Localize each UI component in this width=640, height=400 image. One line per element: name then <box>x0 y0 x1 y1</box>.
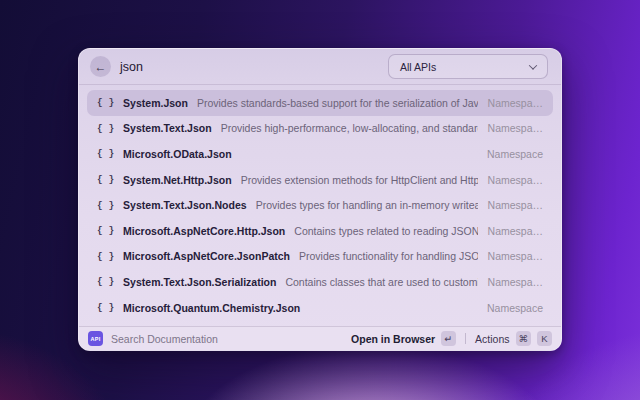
result-kind-badge: Namespace <box>487 148 543 160</box>
result-description: Provides standards-based support for the… <box>197 97 478 109</box>
result-row[interactable]: { } System.Text.Json.Serialization Conta… <box>87 269 553 295</box>
result-kind-badge: Namespa… <box>488 225 543 237</box>
result-row[interactable]: { } Microsoft.AspNetCore.JsonPatch Provi… <box>87 244 553 270</box>
braces-namespace-icon: { } <box>97 148 114 159</box>
braces-namespace-icon: { } <box>97 123 114 134</box>
result-name: System.Json <box>123 97 188 109</box>
results-list: { } System.Json Provides standards-based… <box>79 85 561 326</box>
braces-namespace-icon: { } <box>97 97 114 108</box>
open-in-browser-button[interactable]: Open in Browser <box>351 333 435 345</box>
result-name: System.Text.Json.Nodes <box>123 199 247 211</box>
result-row[interactable]: { } Microsoft.Quantum.Chemistry.Json Nam… <box>87 295 553 321</box>
result-name: Microsoft.Quantum.Chemistry.Json <box>123 302 300 314</box>
result-kind-badge: Namespa… <box>488 199 543 211</box>
result-name: System.Net.Http.Json <box>123 174 232 186</box>
api-filter-dropdown[interactable]: All APIs <box>388 54 548 79</box>
result-row[interactable]: { } Microsoft.AspNetCore.Http.Json Conta… <box>87 218 553 244</box>
braces-namespace-icon: { } <box>97 225 114 236</box>
result-row[interactable]: { } System.Json Provides standards-based… <box>87 90 553 116</box>
k-key-icon: K <box>537 331 552 346</box>
result-description: Provides extension methods for HttpClien… <box>241 174 478 186</box>
back-button[interactable]: ← <box>90 56 111 77</box>
result-row[interactable]: { } Microsoft.OData.Json Namespace <box>87 141 553 167</box>
braces-namespace-icon: { } <box>97 302 114 313</box>
result-description: Contains classes that are used to custom… <box>285 276 477 288</box>
footer-divider <box>465 333 466 344</box>
result-kind-badge: Namespa… <box>488 97 543 109</box>
result-kind-badge: Namespa… <box>488 276 543 288</box>
actions-button[interactable]: Actions <box>475 333 509 345</box>
search-palette-window: ← json All APIs { } System.Json Provides… <box>78 48 562 351</box>
braces-namespace-icon: { } <box>97 174 114 185</box>
braces-namespace-icon: { } <box>97 276 114 287</box>
result-name: System.Text.Json <box>123 122 212 134</box>
result-description: Provides high-performance, low-allocatin… <box>221 122 478 134</box>
result-name: Microsoft.AspNetCore.Http.Json <box>123 225 285 237</box>
result-kind-badge: Namespa… <box>488 174 543 186</box>
footer-actions: Open in Browser ↵ Actions ⌘ K <box>351 331 552 346</box>
extension-icon-label: API <box>90 336 100 342</box>
result-description: Provides functionality for handling JSON… <box>299 250 478 262</box>
result-description: Provides types for handling an in-memory… <box>256 199 478 211</box>
search-input[interactable]: json <box>120 60 143 74</box>
result-row[interactable]: { } System.Text.Json.Nodes Provides type… <box>87 192 553 218</box>
result-description: Contains types related to reading JSON f… <box>294 225 477 237</box>
result-kind-badge: Namespa… <box>488 122 543 134</box>
search-header: ← json All APIs <box>79 49 561 85</box>
result-kind-badge: Namespace <box>487 302 543 314</box>
result-name: Microsoft.OData.Json <box>123 148 232 160</box>
extension-icon: API <box>88 331 103 346</box>
result-row[interactable]: { } System.Text.Json Provides high-perfo… <box>87 116 553 142</box>
command-key-icon: ⌘ <box>516 331 532 346</box>
braces-namespace-icon: { } <box>97 200 114 211</box>
back-arrow-icon: ← <box>95 60 107 74</box>
result-name: System.Text.Json.Serialization <box>123 276 276 288</box>
return-key-icon: ↵ <box>441 331 456 346</box>
api-filter-value: All APIs <box>400 61 436 73</box>
footer-bar: API Search Documentation Open in Browser… <box>79 326 561 350</box>
footer-search-label: Search Documentation <box>111 333 218 345</box>
braces-namespace-icon: { } <box>97 251 114 262</box>
result-name: Microsoft.AspNetCore.JsonPatch <box>123 250 290 262</box>
result-row[interactable]: { } System.Net.Http.Json Provides extens… <box>87 167 553 193</box>
result-kind-badge: Namespa… <box>488 250 543 262</box>
chevron-down-icon <box>529 61 537 69</box>
